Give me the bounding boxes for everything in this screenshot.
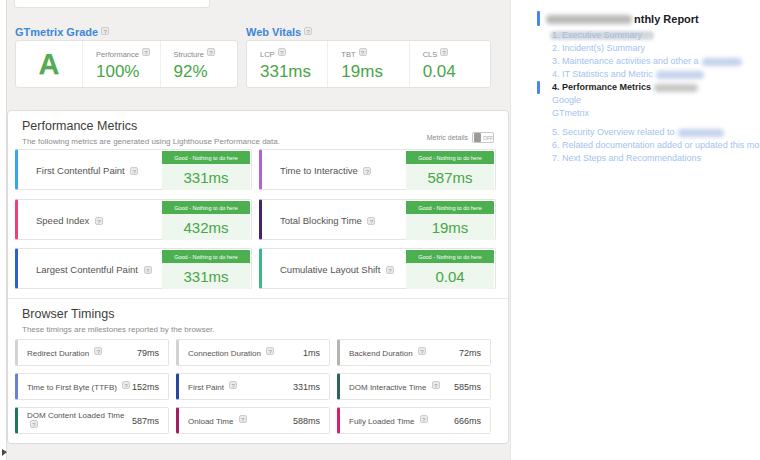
help-icon[interactable]: ? bbox=[94, 347, 102, 355]
gtmetrix-grade-link[interactable]: GTmetrix Grade? bbox=[15, 26, 109, 38]
browser-timings-title: Browser Timings bbox=[22, 307, 114, 321]
status-badge: Good - Nothing to do here bbox=[162, 250, 250, 263]
grade-cell: A bbox=[16, 41, 82, 87]
metric-label: First Contentful Paint ? bbox=[36, 150, 138, 191]
grade-letter: A bbox=[39, 48, 60, 81]
status-badge: Good - Nothing to do here bbox=[162, 151, 250, 164]
outline-item-executive-summary[interactable]: 1. Executive Summary bbox=[552, 29, 757, 42]
tbt-cell: TBT? 19ms bbox=[327, 41, 408, 87]
metric-label: Speed Index ? bbox=[36, 200, 103, 241]
status-badge: Good - Nothing to do here bbox=[406, 151, 494, 164]
timing-label: DOM Content Loaded Time ? bbox=[27, 411, 132, 431]
outline-item-related-documentation[interactable]: 6. Related documentation added or update… bbox=[552, 139, 757, 152]
help-icon[interactable]: ? bbox=[359, 48, 367, 56]
timing-value: 331ms bbox=[293, 382, 320, 392]
outline-item-incidents-summary[interactable]: 2. Incident(s) Summary bbox=[552, 42, 757, 55]
help-icon[interactable]: ? bbox=[30, 420, 38, 428]
timing-value: 72ms bbox=[459, 348, 481, 358]
performance-score-label: Performance? bbox=[96, 48, 160, 59]
redacted-text bbox=[654, 84, 698, 92]
metric-details-toggle[interactable]: Metric details OFF bbox=[427, 132, 494, 143]
outline-item-maintenance[interactable]: 3. Maintenance activities and other a bbox=[552, 55, 757, 68]
help-icon[interactable]: ? bbox=[418, 347, 426, 355]
document-outline: nthly Report 1. Executive Summary 2. Inc… bbox=[537, 0, 760, 460]
timing-value: 666ms bbox=[454, 416, 481, 426]
outline-list: 1. Executive Summary 2. Incident(s) Summ… bbox=[552, 29, 757, 165]
outline-item-performance-metrics[interactable]: 4. Performance Metrics bbox=[552, 81, 757, 94]
toggle-knob-icon bbox=[474, 133, 481, 142]
outline-item-google[interactable]: Google bbox=[552, 94, 757, 107]
timing-label: DOM Interactive Time ? bbox=[349, 381, 454, 392]
gtmetrix-grade-card: A Performance? 100% Structure? 92% bbox=[15, 40, 238, 88]
outline-item-gtmetrix[interactable]: GTmetrix bbox=[552, 107, 757, 120]
help-icon[interactable]: ? bbox=[101, 27, 109, 35]
metric-card-cls: Cumulative Layout Shift ? Good - Nothing… bbox=[259, 248, 496, 289]
outline-item-next-steps[interactable]: 7. Next Steps and Recommendations bbox=[552, 152, 757, 165]
web-vitals-link[interactable]: Web Vitals? bbox=[246, 26, 312, 38]
metric-card-speed-index: Speed Index ? Good - Nothing to do here4… bbox=[15, 199, 252, 240]
metric-value: 19ms bbox=[406, 214, 494, 240]
help-icon[interactable]: ? bbox=[266, 347, 274, 355]
timing-card-redirect: Redirect Duration ? 79ms bbox=[15, 339, 169, 366]
structure-score-cell: Structure? 92% bbox=[160, 41, 238, 87]
web-vitals-card: LCP? 331ms TBT? 19ms CLS? 0.04 bbox=[246, 40, 491, 88]
timing-label: First Paint ? bbox=[188, 381, 293, 392]
help-icon[interactable]: ? bbox=[363, 167, 371, 175]
outline-title-indicator bbox=[537, 11, 540, 26]
help-icon[interactable]: ? bbox=[239, 415, 247, 423]
help-icon[interactable]: ? bbox=[95, 217, 103, 225]
help-icon[interactable]: ? bbox=[367, 217, 375, 225]
help-icon[interactable]: ? bbox=[420, 415, 428, 423]
browser-timings-subtitle: These timings are milestones reported by… bbox=[22, 325, 215, 334]
status-badge: Good - Nothing to do here bbox=[162, 201, 250, 214]
help-icon[interactable]: ? bbox=[144, 266, 152, 274]
help-icon[interactable]: ? bbox=[122, 381, 130, 389]
help-icon[interactable]: ? bbox=[130, 167, 138, 175]
help-icon[interactable]: ? bbox=[142, 48, 150, 56]
lcp-value: 331ms bbox=[260, 62, 327, 82]
outline-active-indicator bbox=[537, 81, 540, 94]
help-icon[interactable]: ? bbox=[207, 48, 215, 56]
help-icon[interactable]: ? bbox=[386, 266, 394, 274]
metric-label: Largest Contentful Paint ? bbox=[36, 249, 152, 290]
timing-label: Redirect Duration ? bbox=[27, 347, 137, 358]
performance-score-cell: Performance? 100% bbox=[82, 41, 160, 87]
help-icon[interactable]: ? bbox=[278, 48, 286, 56]
timing-card-ttfb: Time to First Byte (TTFB) ? 152ms bbox=[15, 373, 169, 400]
lcp-label: LCP? bbox=[260, 48, 327, 59]
outline-item-security-overview[interactable]: 5. Security Overview related to bbox=[552, 126, 757, 139]
timing-label: Fully Loaded Time ? bbox=[349, 415, 454, 426]
timing-label: Onload Time ? bbox=[188, 415, 293, 426]
help-icon[interactable]: ? bbox=[440, 48, 448, 56]
outline-item-it-statistics[interactable]: 4. IT Statistics and Metric bbox=[552, 68, 757, 81]
help-icon[interactable]: ? bbox=[432, 381, 440, 389]
help-icon[interactable]: ? bbox=[229, 381, 237, 389]
redacted-text bbox=[550, 31, 654, 40]
metric-value: 587ms bbox=[406, 164, 494, 190]
tbt-value: 19ms bbox=[341, 62, 408, 82]
timing-card-backend: Backend Duration ? 72ms bbox=[337, 339, 491, 366]
status-badge: Good - Nothing to do here bbox=[406, 250, 494, 263]
partial-card-top bbox=[14, 0, 210, 8]
timing-value: 585ms bbox=[454, 382, 481, 392]
cls-label: CLS? bbox=[423, 48, 490, 59]
timing-label: Time to First Byte (TTFB) ? bbox=[27, 381, 132, 392]
metric-label: Cumulative Layout Shift ? bbox=[280, 249, 394, 290]
structure-score-label: Structure? bbox=[174, 48, 238, 59]
metric-value: 331ms bbox=[162, 164, 250, 190]
performance-metrics-subtitle: The following metrics are generated usin… bbox=[22, 137, 280, 146]
cls-value: 0.04 bbox=[423, 62, 490, 82]
toggle-switch[interactable]: OFF bbox=[472, 132, 494, 143]
help-icon[interactable]: ? bbox=[304, 27, 312, 35]
metric-card-tbt: Total Blocking Time ? Good - Nothing to … bbox=[259, 199, 496, 240]
timing-card-onload: Onload Time ? 588ms bbox=[176, 407, 330, 434]
tbt-label: TBT? bbox=[341, 48, 408, 59]
metric-value: 432ms bbox=[162, 214, 250, 240]
structure-score-value: 92% bbox=[174, 62, 238, 82]
timing-label: Connection Duration ? bbox=[188, 347, 303, 358]
redacted-text bbox=[546, 15, 632, 24]
timing-value: 1ms bbox=[303, 348, 320, 358]
metric-card-tti: Time to Interactive ? Good - Nothing to … bbox=[259, 149, 496, 190]
toggle-state: OFF bbox=[483, 135, 493, 141]
section-divider bbox=[8, 298, 508, 299]
